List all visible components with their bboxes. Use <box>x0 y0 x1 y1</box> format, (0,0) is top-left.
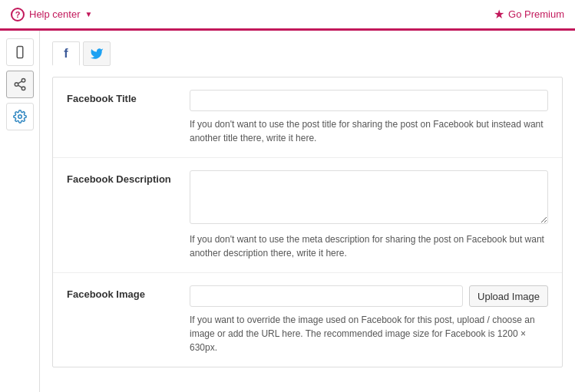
tab-bar: f <box>52 41 563 66</box>
sidebar-item-share[interactable] <box>6 71 34 98</box>
chevron-down-icon: ▼ <box>84 10 92 18</box>
facebook-title-field: If you don't want to use the post title … <box>190 90 548 145</box>
facebook-image-field: Upload Image If you want to override the… <box>190 285 548 354</box>
svg-rect-0 <box>17 47 23 58</box>
go-premium-link[interactable]: ★ Go Premium <box>494 7 564 21</box>
svg-point-4 <box>21 87 25 91</box>
facebook-icon: f <box>64 47 68 61</box>
sidebar <box>0 31 40 392</box>
facebook-title-input[interactable] <box>190 90 548 111</box>
facebook-description-input[interactable] <box>190 170 548 224</box>
svg-line-6 <box>18 81 21 84</box>
main-layout: f Facebook Title If you don't want to us… <box>0 31 575 392</box>
facebook-image-hint: If you want to override the image used o… <box>190 313 548 354</box>
help-label: Help center <box>29 8 80 20</box>
facebook-description-row: Facebook Description If you don't want t… <box>53 158 562 273</box>
image-input-group: Upload Image <box>190 285 548 307</box>
facebook-title-hint: If you don't want to use the post title … <box>190 117 548 145</box>
svg-point-3 <box>15 83 18 87</box>
upload-image-button[interactable]: Upload Image <box>469 285 548 307</box>
topbar: ? Help center ▼ ★ Go Premium <box>0 0 575 31</box>
help-center-link[interactable]: ? Help center ▼ <box>11 8 92 21</box>
facebook-title-label: Facebook Title <box>67 90 190 104</box>
twitter-icon <box>90 47 104 61</box>
facebook-description-field: If you don't want to use the meta descri… <box>190 170 548 260</box>
svg-line-5 <box>18 85 21 87</box>
star-icon: ★ <box>494 7 504 21</box>
facebook-image-url-input[interactable] <box>190 285 463 307</box>
facebook-image-row: Facebook Image Upload Image If you want … <box>53 273 562 367</box>
svg-point-7 <box>18 115 21 119</box>
facebook-image-label: Facebook Image <box>67 285 190 300</box>
facebook-description-label: Facebook Description <box>67 170 190 185</box>
tab-facebook[interactable]: f <box>52 41 80 66</box>
sidebar-item-settings[interactable] <box>6 103 34 130</box>
form-panel: Facebook Title If you don't want to use … <box>52 77 563 367</box>
facebook-title-row: Facebook Title If you don't want to use … <box>53 77 562 158</box>
content-area: f Facebook Title If you don't want to us… <box>40 31 575 392</box>
sidebar-item-mobile[interactable] <box>6 38 34 66</box>
premium-label: Go Premium <box>508 8 564 20</box>
help-icon: ? <box>11 8 25 21</box>
tab-twitter[interactable] <box>83 41 111 66</box>
svg-point-2 <box>21 79 25 83</box>
facebook-description-hint: If you don't want to use the meta descri… <box>190 232 548 260</box>
